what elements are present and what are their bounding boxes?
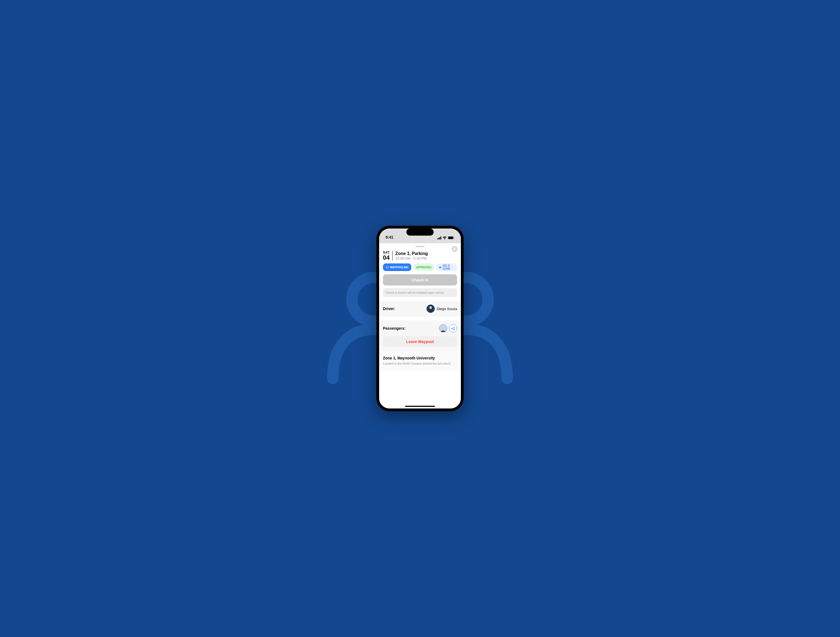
carpool-icon <box>386 266 389 268</box>
sheet-backdrop <box>379 241 461 243</box>
leave-waypool-button[interactable]: Leave Waypool <box>383 336 457 347</box>
svg-rect-2 <box>437 238 438 239</box>
plate-badge-label: 191 D 12345 <box>442 264 454 270</box>
status-time: 9:41 <box>386 235 393 239</box>
date-dayofmonth: 04 <box>383 254 390 261</box>
plate-badge: 191 D 12345 <box>436 263 457 271</box>
location-title: Zone 1, Maynooth University <box>383 356 457 360</box>
phone-screen: 9:41 SAT 04 Zone 1, Parking 10:00 AM - <box>379 229 461 408</box>
driver-name: Diego Souza <box>437 307 457 311</box>
date-block: SAT 04 <box>383 251 393 261</box>
svg-point-11 <box>439 267 440 268</box>
checkin-button[interactable]: Check In <box>383 274 457 286</box>
approved-badge: APPROVED <box>414 263 434 271</box>
svg-rect-5 <box>441 236 441 239</box>
passengers-label: Passengers: <box>383 326 406 330</box>
location-block: Zone 1, Maynooth University Located in t… <box>379 351 461 370</box>
passenger-avatars[interactable]: +2 <box>439 324 457 332</box>
badge-row: WAYPOOLING APPROVED 191 D 12345 <box>379 263 461 274</box>
waypooling-badge: WAYPOOLING <box>383 263 411 271</box>
detail-sheet: SAT 04 Zone 1, Parking 10:00 AM - 5:30 P… <box>379 243 461 408</box>
driver-panel: Driver: Diego Souza <box>379 301 461 316</box>
title-block: Zone 1, Parking 10:00 AM - 5:30 PM <box>395 251 428 261</box>
zone-title: Zone 1, Parking <box>395 251 428 256</box>
wifi-icon <box>443 236 447 239</box>
car-icon <box>439 266 441 269</box>
driver-label: Driver: <box>383 307 395 311</box>
battery-icon <box>448 236 454 239</box>
approved-badge-label: APPROVED <box>416 266 431 269</box>
close-button[interactable] <box>452 246 458 252</box>
svg-point-16 <box>442 326 445 329</box>
waypooling-badge-label: WAYPOOLING <box>390 266 409 269</box>
phone-frame: 9:41 SAT 04 Zone 1, Parking 10:00 AM - <box>376 226 464 411</box>
checkin-hint: Check in button will be enabled upon arr… <box>383 288 457 297</box>
header-row: SAT 04 Zone 1, Parking 10:00 AM - 5:30 P… <box>379 249 461 263</box>
location-description: Located in the North Campus behind the a… <box>383 362 457 365</box>
sheet-grabber[interactable] <box>416 246 424 247</box>
svg-rect-4 <box>439 237 440 239</box>
home-indicator[interactable] <box>405 406 435 407</box>
svg-point-10 <box>388 266 388 267</box>
svg-rect-8 <box>454 237 454 238</box>
dynamic-island <box>406 229 434 236</box>
passenger-more-count[interactable]: +2 <box>449 324 457 332</box>
close-icon <box>453 248 456 250</box>
svg-rect-7 <box>448 237 453 239</box>
time-range: 10:00 AM - 5:30 PM <box>395 256 428 261</box>
status-icons <box>437 236 454 239</box>
person-icon <box>426 305 435 313</box>
signal-icon <box>437 236 442 239</box>
passenger-avatar <box>439 324 447 332</box>
date-dayofweek: SAT <box>383 251 390 254</box>
passengers-panel: Passengers: +2 Leave Waypool <box>379 321 461 351</box>
svg-point-14 <box>429 306 432 309</box>
driver-avatar <box>426 305 435 313</box>
checkin-section: Check In Check in button will be enabled… <box>379 274 461 297</box>
driver-info[interactable]: Diego Souza <box>426 305 457 313</box>
person-icon <box>440 325 447 332</box>
svg-point-9 <box>386 266 387 267</box>
svg-rect-3 <box>438 238 439 239</box>
